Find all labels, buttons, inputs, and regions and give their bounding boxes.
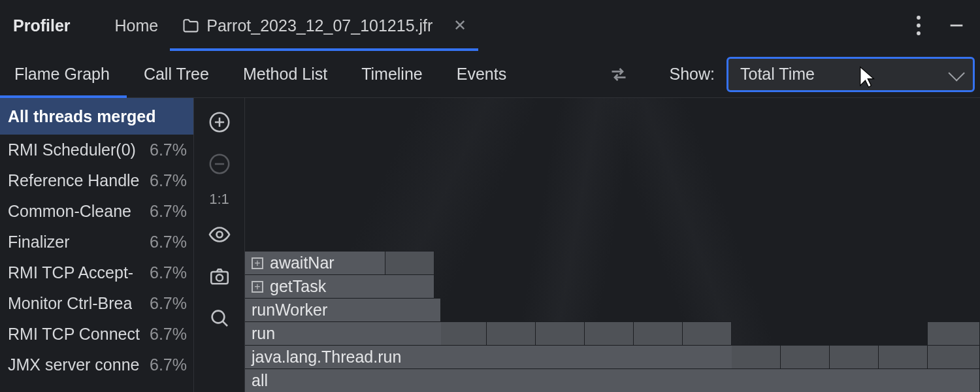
thread-name: RMI TCP Accept- — [8, 263, 133, 282]
file-tabs: Home Parrot_2023_12_07_101215.jfr ✕ — [103, 0, 479, 51]
eye-icon[interactable] — [204, 220, 235, 250]
thread-row[interactable]: JMX server conne6.7% — [0, 350, 193, 380]
svg-point-12 — [212, 311, 224, 323]
header-bar: Profiler Home Parrot_2023_12_07_101215.j… — [0, 0, 980, 51]
svg-point-2 — [917, 31, 921, 35]
subtab-timeline[interactable]: Timeline — [361, 51, 440, 97]
more-icon[interactable] — [916, 15, 921, 36]
flame-frame[interactable] — [732, 345, 781, 368]
svg-point-0 — [917, 16, 921, 20]
tab-file[interactable]: Parrot_2023_12_07_101215.jfr ✕ — [170, 0, 478, 51]
thread-name: Monitor Ctrl-Brea — [8, 294, 132, 313]
folder-icon — [182, 16, 200, 35]
flame-frame[interactable] — [385, 251, 434, 274]
svg-point-11 — [216, 274, 223, 281]
zoom-out-icon[interactable] — [204, 149, 235, 179]
thread-percent: 6.7% — [150, 294, 187, 313]
flame-frame[interactable] — [830, 345, 879, 368]
flame-frame[interactable] — [781, 345, 830, 368]
thread-row[interactable]: RMI Scheduler(0)6.7% — [0, 135, 193, 165]
svg-point-9 — [216, 232, 222, 238]
flame-frame[interactable] — [879, 345, 928, 368]
flame-frame[interactable] — [634, 321, 683, 345]
tab-label: Home — [115, 16, 159, 35]
flame-frame[interactable] — [683, 321, 732, 345]
thread-percent: 6.7% — [150, 233, 187, 252]
thread-percent: 6.7% — [150, 140, 187, 159]
search-icon[interactable] — [204, 303, 235, 333]
flame-frame[interactable]: runWorker — [245, 298, 441, 321]
thread-name: Reference Handle — [8, 171, 140, 190]
thread-row[interactable]: All threads merged — [0, 98, 193, 135]
show-dropdown[interactable]: Total Time — [727, 57, 975, 92]
frame-label: java.lang.Thread.run — [252, 348, 401, 367]
expand-icon[interactable]: + — [252, 257, 263, 269]
thread-name: RMI TCP Connect — [8, 325, 140, 344]
chevron-down-icon — [948, 65, 964, 81]
thread-row[interactable]: Monitor Ctrl-Brea6.7% — [0, 288, 193, 319]
thread-percent: 6.7% — [150, 202, 187, 221]
frame-label: all — [252, 371, 268, 390]
flame-frame[interactable] — [928, 321, 980, 345]
tab-home[interactable]: Home — [103, 0, 171, 51]
camera-icon[interactable] — [204, 261, 235, 291]
panel-title: Profiler — [13, 16, 71, 35]
subtab-flame-graph[interactable]: Flame Graph — [14, 51, 127, 97]
header-actions — [916, 15, 968, 36]
cursor-icon — [858, 65, 876, 89]
subtab-method-list[interactable]: Method List — [243, 51, 344, 97]
zoom-ratio-label[interactable]: 1:1 — [209, 191, 229, 208]
thread-name: All threads merged — [8, 107, 155, 126]
flame-frame[interactable] — [928, 345, 980, 368]
thread-percent: 6.7% — [150, 355, 187, 374]
subtab-call-tree[interactable]: Call Tree — [144, 51, 226, 97]
flame-graph-canvas[interactable]: +awaitNar+getTaskrunWorkerrunjava.lang.T… — [245, 98, 980, 392]
thread-percent: 6.7% — [150, 171, 187, 190]
thread-row[interactable]: Common-Cleane6.7% — [0, 196, 193, 227]
flame-frame[interactable] — [536, 321, 585, 345]
flame-frame[interactable] — [441, 321, 487, 345]
svg-point-1 — [917, 24, 921, 27]
thread-name: JMX server conne — [8, 355, 139, 374]
flame-frame[interactable] — [487, 321, 536, 345]
close-icon[interactable]: ✕ — [453, 16, 466, 35]
thread-list: All threads mergedRMI Scheduler(0)6.7%Re… — [0, 98, 194, 392]
thread-percent: 6.7% — [150, 263, 187, 282]
flame-frame[interactable] — [585, 321, 634, 345]
minimize-icon[interactable] — [947, 16, 966, 35]
dropdown-value: Total Time — [740, 65, 815, 84]
thread-name: Common-Cleane — [8, 202, 131, 221]
frame-label: run — [252, 324, 275, 343]
canvas-toolbar: 1:1 — [194, 98, 245, 392]
flame-frame[interactable]: +getTask — [245, 274, 434, 298]
thread-row[interactable]: Reference Handle6.7% — [0, 165, 193, 196]
swap-icon[interactable] — [606, 61, 632, 88]
thread-percent: 6.7% — [150, 325, 187, 344]
frame-label: getTask — [270, 277, 326, 296]
svg-line-13 — [222, 321, 227, 326]
view-toolbar: Flame Graph Call Tree Method List Timeli… — [0, 51, 980, 98]
expand-icon[interactable]: + — [252, 281, 263, 293]
flame-frame[interactable]: +awaitNar — [245, 251, 385, 274]
subtab-events[interactable]: Events — [457, 51, 523, 97]
thread-row[interactable]: Finalizer6.7% — [0, 227, 193, 257]
main-area: All threads mergedRMI Scheduler(0)6.7%Re… — [0, 98, 980, 392]
frame-label: runWorker — [252, 301, 327, 319]
flame-frame[interactable]: all — [245, 368, 980, 392]
thread-row[interactable]: RMI TCP Accept-6.7% — [0, 257, 193, 288]
zoom-in-icon[interactable] — [204, 107, 235, 137]
show-label: Show: — [670, 65, 715, 84]
thread-name: Finalizer — [8, 233, 69, 252]
thread-name: RMI Scheduler(0) — [8, 140, 136, 159]
tab-label: Parrot_2023_12_07_101215.jfr — [206, 16, 433, 35]
view-tabs: Flame Graph Call Tree Method List Timeli… — [14, 51, 540, 97]
frame-label: awaitNar — [270, 253, 335, 272]
thread-row[interactable]: RMI TCP Connect6.7% — [0, 319, 193, 350]
svg-rect-10 — [211, 272, 228, 284]
